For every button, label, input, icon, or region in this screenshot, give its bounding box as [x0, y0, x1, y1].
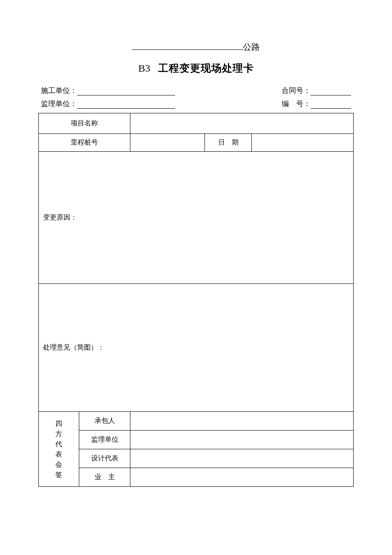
supervision-unit-value [77, 101, 175, 109]
reason-row: 变更原因： [39, 152, 354, 284]
sig-row-supervisor: 监理单位 [39, 431, 354, 449]
project-name-label: 项目名称 [39, 113, 130, 134]
sig-row-designer: 设计代表 [39, 449, 354, 468]
serial-no-field: 编 号： [282, 99, 351, 109]
info-row-1: 施工单位： 合同号： [38, 86, 354, 95]
project-name-value [130, 113, 354, 134]
sig-group-label-cell: 四方代表会签 [39, 412, 79, 487]
form-title: 工程变更现场处理卡 [158, 63, 254, 74]
sig-group-label: 四方代表会签 [43, 419, 75, 480]
road-name-blank [132, 40, 243, 50]
sig-contractor-value [130, 412, 354, 431]
contract-no-label: 合同号： [282, 86, 311, 95]
change-reason-label: 变更原因： [43, 214, 77, 221]
opinion-label: 处理意见（简图）： [43, 344, 104, 351]
info-row-2: 监理单位： 编 号： [38, 99, 354, 109]
form-code: B3 [138, 63, 150, 74]
opinion-cell: 处理意见（简图）： [39, 284, 354, 412]
sig-supervisor-value [130, 431, 354, 449]
sig-owner-value [130, 468, 354, 487]
contract-no-value [311, 88, 351, 95]
supervision-unit-field: 监理单位： [41, 99, 175, 109]
opinion-row: 处理意见（简图）： [39, 284, 354, 412]
construction-unit-value [77, 88, 175, 95]
construction-unit-label: 施工单位： [41, 86, 77, 95]
date-label: 日 期 [205, 134, 252, 152]
serial-no-value [311, 101, 351, 109]
header-road-line: 公路 [38, 40, 354, 53]
document-title: B3工程变更现场处理卡 [38, 61, 354, 75]
contract-no-field: 合同号： [282, 86, 351, 95]
supervision-unit-label: 监理单位： [41, 99, 77, 109]
mileage-value [130, 134, 205, 152]
sig-supervisor-label: 监理单位 [79, 431, 130, 449]
sig-row-contractor: 四方代表会签 承包人 [39, 412, 354, 431]
main-form-table: 项目名称 里程桩号 日 期 变更原因： 处理意见（简图）： 四方代表会签 承包人… [38, 113, 354, 487]
sig-designer-value [130, 449, 354, 468]
sig-contractor-label: 承包人 [79, 412, 130, 431]
sig-owner-label: 业 主 [79, 468, 130, 487]
sig-row-owner: 业 主 [39, 468, 354, 487]
change-reason-cell: 变更原因： [39, 152, 354, 284]
project-name-row: 项目名称 [39, 113, 354, 134]
sig-designer-label: 设计代表 [79, 449, 130, 468]
date-value [252, 134, 354, 152]
mileage-row: 里程桩号 日 期 [39, 134, 354, 152]
road-suffix: 公路 [243, 42, 260, 52]
construction-unit-field: 施工单位： [41, 86, 175, 95]
mileage-label: 里程桩号 [39, 134, 130, 152]
serial-no-label: 编 号： [282, 99, 311, 109]
